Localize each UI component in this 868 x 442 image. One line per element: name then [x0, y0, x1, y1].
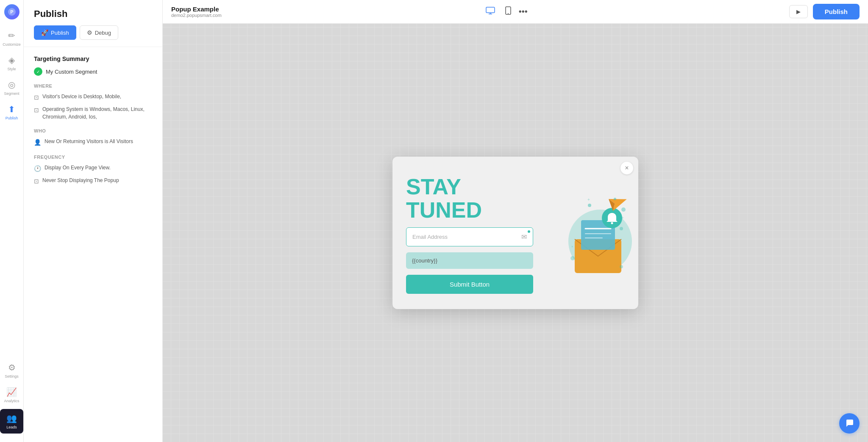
app-title-section: Popup Example demo2.popupsmart.com [171, 6, 222, 18]
condition-frequency1: 🕐 Display On Every Page View. [34, 164, 152, 173]
canvas-area: × STAY TUNED Email Address ✉ {{country}}… [163, 24, 868, 442]
svg-rect-2 [486, 7, 495, 13]
preview-icon: ▶ [796, 8, 801, 15]
sidebar-item-segment[interactable]: ◎ Segment [0, 75, 23, 100]
segment-label: Segment [4, 91, 19, 96]
condition-visitors: 👤 New Or Returning Visitors is All Visit… [34, 138, 152, 147]
segment-name: My Custom Segment [46, 69, 97, 75]
condition-device-text: Visitor's Device is Desktop, Mobile, [42, 93, 121, 100]
device-toolbar: ••• [483, 4, 528, 19]
debug-tab-icon: ⚙ [87, 29, 92, 36]
top-bar: Popup Example demo2.popupsmart.com ••• ▶… [163, 0, 868, 24]
main-area: Popup Example demo2.popupsmart.com ••• ▶… [163, 0, 868, 442]
publish-top-btn[interactable]: Publish [813, 4, 860, 19]
tab-publish[interactable]: 🚀 Publish [34, 25, 76, 40]
svg-point-21 [620, 265, 623, 268]
settings-label: Settings [5, 374, 19, 378]
svg-point-6 [508, 13, 509, 14]
visitors-icon: 👤 [34, 138, 41, 147]
condition-os-text: Operating System is Windows, Macos, Linu… [42, 105, 152, 121]
publish-icon: ⬆ [8, 104, 15, 114]
required-dot [528, 230, 530, 233]
customize-label: Customize [3, 42, 21, 47]
chat-button[interactable] [839, 413, 860, 434]
condition-os: ⊡ Operating System is Windows, Macos, Li… [34, 105, 152, 121]
svg-point-14 [611, 222, 613, 224]
sidebar-content: Targeting Summary ✓ My Custom Segment WH… [24, 47, 162, 442]
os-icon: ⊡ [34, 106, 39, 115]
publish-tab-icon: 🚀 [41, 29, 48, 36]
sidebar-item-customize[interactable]: ✏ Customize [0, 26, 23, 51]
svg-point-18 [621, 207, 626, 212]
popup-country-field[interactable]: {{country}} [406, 252, 533, 269]
customize-icon: ✏ [8, 30, 15, 41]
publish-label: Publish [6, 116, 18, 120]
style-icon: ◈ [8, 55, 15, 65]
settings-icon: ⚙ [8, 362, 16, 373]
tab-row: 🚀 Publish ⚙ Debug [34, 25, 152, 40]
tab-debug[interactable]: ⚙ Debug [80, 25, 118, 40]
email-placeholder: Email Address [412, 234, 448, 240]
svg-point-22 [614, 198, 616, 200]
top-bar-actions: ▶ Publish [789, 4, 860, 19]
popup-submit-btn[interactable]: Submit Button [406, 275, 533, 294]
sidebar-panel-title: Publish [34, 8, 152, 19]
popup-headline-line2: TUNED [406, 199, 533, 222]
preview-btn[interactable]: ▶ [789, 5, 808, 18]
sidebar-item-settings[interactable]: ⚙ Settings [0, 358, 23, 383]
popup-headline: STAY TUNED [406, 175, 533, 221]
condition-device: ⊡ Visitor's Device is Desktop, Mobile, [34, 93, 152, 102]
analytics-icon: 📈 [6, 387, 17, 397]
tab-debug-label: Debug [95, 30, 111, 36]
email-icon: ✉ [521, 233, 527, 241]
sidebar-item-publish[interactable]: ⬆ Publish [0, 100, 23, 124]
svg-point-17 [588, 204, 591, 207]
app-logo[interactable]: P [4, 4, 19, 19]
svg-text:P: P [10, 9, 13, 14]
sidebar-item-style[interactable]: ◈ Style [0, 51, 23, 75]
svg-point-19 [620, 227, 623, 230]
clock-icon: 🕐 [34, 164, 41, 173]
mobile-device-btn[interactable] [503, 4, 514, 19]
leads-icon: 👥 [6, 413, 17, 423]
analytics-label: Analytics [4, 399, 19, 403]
app-title: Popup Example [171, 6, 222, 13]
country-placeholder: {{country}} [412, 257, 437, 264]
targeting-summary-title: Targeting Summary [34, 55, 152, 62]
segment-status-icon: ✓ [34, 67, 42, 76]
popup-headline-line1: STAY [406, 175, 533, 199]
segment-icon: ◎ [8, 80, 15, 90]
condition-frequency1-text: Display On Every Page View. [45, 164, 111, 171]
popup-left-panel: STAY TUNED Email Address ✉ {{country}} S… [392, 157, 545, 309]
svg-text:×: × [571, 245, 573, 249]
leads-label: Leads [6, 425, 17, 429]
sidebar-panel: Publish 🚀 Publish ⚙ Debug Targeting Summ… [24, 0, 163, 442]
popup-illustration: + + × [545, 157, 638, 309]
sidebar-header: Publish 🚀 Publish ⚙ Debug [24, 0, 162, 47]
svg-text:+: + [587, 197, 590, 202]
icon-bar: P ✏ Customize ◈ Style ◎ Segment ⬆ Publis… [0, 0, 24, 442]
segment-badge: ✓ My Custom Segment [34, 67, 152, 76]
icon-bar-bottom: ⚙ Settings 📈 Analytics 👥 Leads [0, 358, 23, 442]
condition-visitors-text: New Or Returning Visitors is All Visitor… [45, 138, 133, 145]
sidebar-item-analytics[interactable]: 📈 Analytics [0, 383, 23, 407]
svg-text:+: + [621, 215, 624, 220]
where-label: WHERE [34, 83, 152, 88]
device-icon: ⊡ [34, 93, 39, 102]
app-subtitle: demo2.popupsmart.com [171, 13, 222, 18]
tab-publish-label: Publish [51, 30, 69, 36]
svg-point-20 [570, 256, 575, 260]
more-options-btn[interactable]: ••• [519, 7, 528, 17]
popup-email-field[interactable]: Email Address ✉ [406, 227, 533, 246]
popup-illustration-svg: + + × [549, 174, 634, 292]
stop-icon: ⊡ [34, 177, 39, 186]
condition-frequency2-text: Never Stop Displaying The Popup [42, 177, 119, 184]
popup-preview: × STAY TUNED Email Address ✉ {{country}}… [392, 157, 638, 309]
popup-close-btn[interactable]: × [620, 162, 633, 174]
who-label: WHO [34, 128, 152, 133]
sidebar-item-leads[interactable]: 👥 Leads [0, 409, 23, 434]
style-label: Style [7, 67, 16, 71]
desktop-device-btn[interactable] [483, 4, 498, 19]
condition-frequency2: ⊡ Never Stop Displaying The Popup [34, 177, 152, 186]
frequency-label: FREQUENCY [34, 155, 152, 160]
